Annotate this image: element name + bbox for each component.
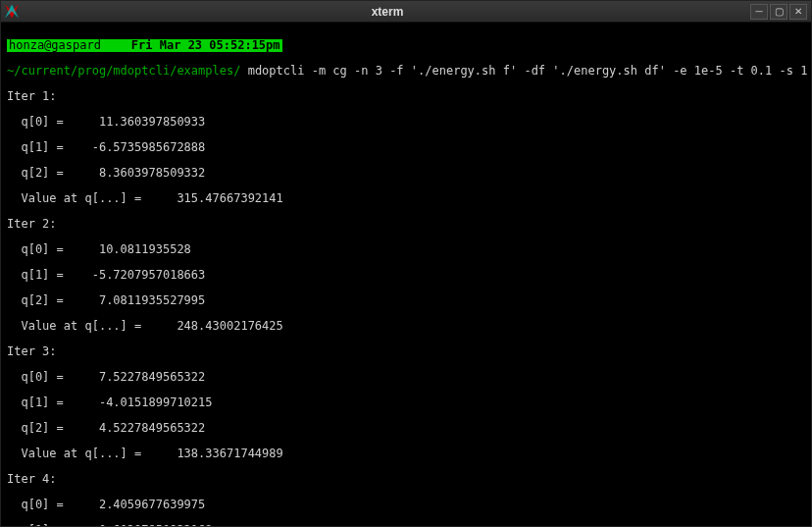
output-line: Iter 3:	[7, 345, 805, 358]
minimize-button[interactable]: ─	[750, 4, 768, 20]
maximize-button[interactable]: ▢	[770, 4, 787, 20]
output-line: q[0] = 11.360397850933	[7, 116, 805, 129]
window-title: xterm	[25, 5, 750, 19]
timestamp: Fri Mar 23 05:52:15pm	[131, 38, 282, 52]
output-line: q[2] = 4.5227849565322	[7, 422, 805, 435]
output-line: Iter 1:	[7, 90, 805, 103]
terminal-area[interactable]: honza@gaspard Fri Mar 23 05:52:15pm ~/cu…	[1, 23, 811, 526]
output-line: q[0] = 7.5227849565322	[7, 371, 805, 384]
output-line: Value at q[...] = 138.33671744989	[7, 448, 805, 460]
output-line: q[1] = -5.7207957018663	[7, 269, 805, 282]
output-line: q[1] = -6.5735985672888	[7, 141, 805, 154]
user-host: honza@gaspard	[7, 38, 103, 52]
titlebar[interactable]: xterm ─ ▢ ✕	[1, 1, 811, 23]
cwd: ~/current/prog/mdoptcli/examples/	[7, 64, 240, 78]
output-line: q[1] = -0.60397850933169	[7, 524, 805, 526]
output-line: Iter 2:	[7, 218, 805, 231]
output-line: q[0] = 10.0811935528	[7, 243, 805, 256]
xterm-window: xterm ─ ▢ ✕ honza@gaspard Fri Mar 23 05:…	[0, 0, 812, 527]
command: mdoptcli -m cg -n 3 -f './energy.sh f' -…	[248, 64, 811, 78]
output-line: q[1] = -4.0151899710215	[7, 396, 805, 409]
status-bar: honza@gaspard Fri Mar 23 05:52:15pm	[7, 39, 282, 52]
output-line: Value at q[...] = 315.47667392141	[7, 192, 805, 205]
xterm-icon	[5, 5, 19, 19]
output-line: q[2] = 8.3603978509332	[7, 167, 805, 180]
output-line: Value at q[...] = 248.43002176425	[7, 320, 805, 333]
window-controls: ─ ▢ ✕	[750, 4, 807, 20]
close-button[interactable]: ✕	[789, 4, 807, 20]
output-line: q[0] = 2.4059677639975	[7, 499, 805, 511]
output-line: Iter 4:	[7, 473, 805, 486]
output-line: q[2] = 7.0811935527995	[7, 294, 805, 307]
